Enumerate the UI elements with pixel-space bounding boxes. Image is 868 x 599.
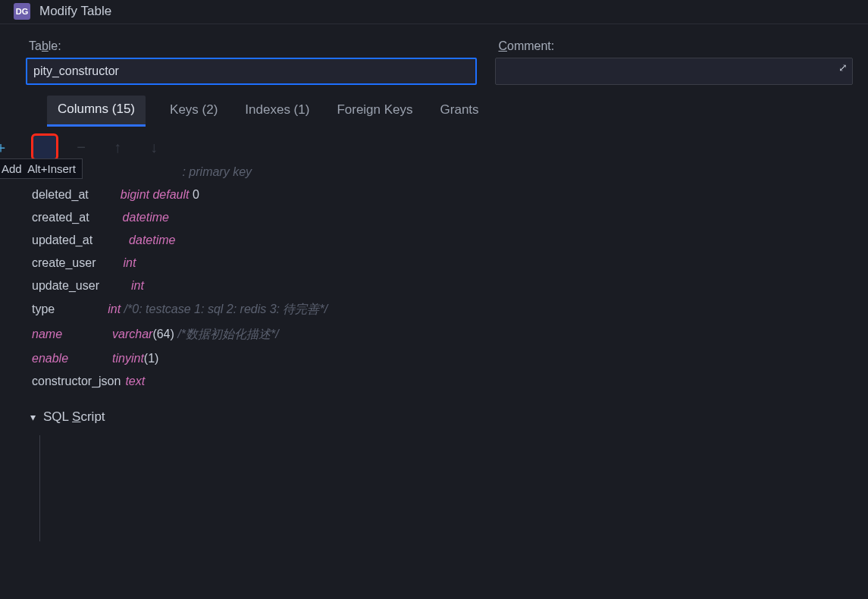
column-name: name <box>32 328 62 341</box>
move-down-button[interactable]: ↓ <box>143 136 165 158</box>
comment-label: Comment: <box>495 39 853 53</box>
column-type: int <box>131 279 144 293</box>
column-type: int <box>124 256 136 270</box>
column-name: enable <box>32 352 68 365</box>
sql-script-toggle[interactable]: ▾ SQL Script <box>26 409 853 425</box>
column-type: datetime <box>129 234 175 247</box>
move-up-button[interactable]: ↑ <box>106 136 129 158</box>
column-type: text <box>125 375 145 388</box>
window-title: Modify Table <box>39 4 111 19</box>
expand-icon[interactable]: ⤢ <box>838 61 848 74</box>
chevron-down-icon: ▾ <box>30 411 36 423</box>
column-name: type <box>32 303 55 316</box>
column-name: deleted_at <box>32 188 89 202</box>
column-row[interactable]: created_atdatetime <box>32 211 853 224</box>
column-row[interactable]: updated_atdatetime <box>32 234 853 247</box>
column-row[interactable]: id: primary key <box>32 165 853 179</box>
column-type: varchar <box>112 328 152 341</box>
column-name: create_user <box>32 256 96 270</box>
column-row[interactable]: deleted_atbigint default 0 <box>32 188 853 202</box>
column-row[interactable]: update_userint <box>32 279 853 293</box>
tabs: Columns (15)Keys (2)Indexes (1)Foreign K… <box>26 96 853 126</box>
column-type: datetime <box>123 211 169 224</box>
titlebar: DG Modify Table <box>0 0 868 24</box>
tab-indexes-[interactable]: Indexes (1) <box>242 96 312 125</box>
column-toolbar: ＋ Add Alt+Insert − ↑ ↓ <box>26 133 853 161</box>
column-row[interactable]: enabletinyint(1) <box>32 352 853 365</box>
comment-input[interactable]: ⤢ <box>495 58 853 85</box>
column-type: tinyint <box>112 352 144 365</box>
table-name-input[interactable] <box>26 58 477 85</box>
column-row[interactable]: constructor_jsontext <box>32 375 853 388</box>
column-name: created_at <box>32 211 89 224</box>
table-label: Table: <box>26 39 477 53</box>
column-comment: /*数据初始化描述*/ <box>174 327 279 343</box>
column-comment: /*0: testcase 1: sql 2: redis 3: 待完善*/ <box>121 302 327 318</box>
add-tooltip: Add Alt+Insert <box>0 158 83 179</box>
column-row[interactable]: typeint /*0: testcase 1: sql 2: redis 3:… <box>32 302 853 318</box>
column-row[interactable]: namevarchar(64) /*数据初始化描述*/ <box>32 327 853 343</box>
column-name: updated_at <box>32 234 92 247</box>
column-type: bigint <box>121 188 149 202</box>
app-logo-icon: DG <box>14 3 30 20</box>
tab-keys-[interactable]: Keys (2) <box>167 96 221 125</box>
remove-column-button[interactable]: − <box>70 136 92 158</box>
column-name: constructor_json <box>32 375 121 388</box>
column-name: update_user <box>32 279 99 293</box>
column-list: id: primary keydeleted_atbigint default … <box>26 165 853 388</box>
add-column-button[interactable]: ＋ Add Alt+Insert <box>33 136 56 158</box>
tab-columns-[interactable]: Columns (15) <box>47 96 146 127</box>
tab-foreign-keys[interactable]: Foreign Keys <box>334 96 415 125</box>
sql-script-body <box>39 435 853 541</box>
column-type: int <box>108 303 121 316</box>
column-row[interactable]: create_userint <box>32 256 853 270</box>
tab-grants[interactable]: Grants <box>437 96 482 125</box>
